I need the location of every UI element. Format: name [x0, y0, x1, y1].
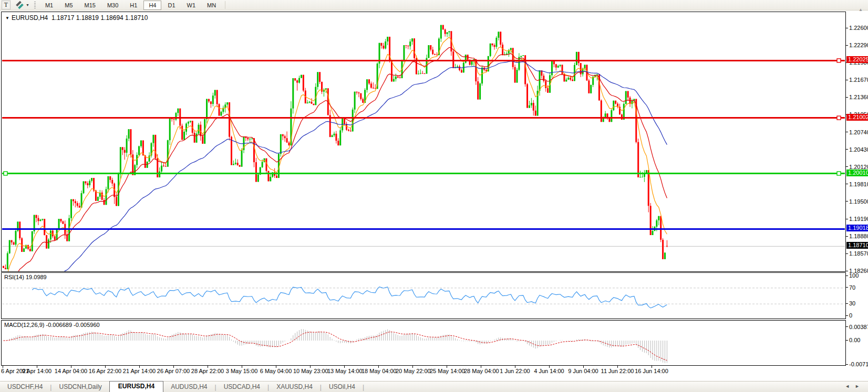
text-tool-button[interactable]: T	[2, 1, 11, 9]
timeframe-button-h1[interactable]: H1	[125, 1, 142, 10]
candle-body	[91, 178, 92, 181]
candle-body	[498, 31, 499, 38]
candle-body	[144, 155, 146, 168]
candle-body	[267, 171, 269, 182]
macd-canvas[interactable]	[2, 321, 845, 366]
line-handle[interactable]	[837, 116, 841, 120]
candle-body	[54, 236, 56, 240]
timeframe-button-w1[interactable]: W1	[182, 1, 201, 10]
price-axis-label: 1.21360	[849, 94, 868, 100]
candle-body	[120, 147, 121, 173]
candle-body	[611, 110, 612, 122]
price-axis-label: 1.22600	[849, 25, 868, 31]
time-axis-label: 21 Apr 14:00	[122, 368, 156, 374]
time-axis-label: 9 Jun 04:00	[566, 368, 600, 374]
candle-body	[442, 25, 444, 30]
timeframe-button-m1[interactable]: M1	[40, 1, 58, 10]
candle-body	[286, 138, 288, 142]
line-handle[interactable]	[837, 59, 841, 62]
candle-body	[627, 91, 629, 98]
time-axis-label: 20 May 22:00	[396, 368, 429, 374]
colors-tool-button[interactable]: ▼	[16, 1, 29, 9]
rsi-canvas[interactable]	[2, 273, 845, 319]
chevron-down-icon: ▼	[26, 3, 29, 7]
chart-menu-icon[interactable]: ▼	[5, 16, 9, 20]
candle-body	[39, 220, 41, 221]
candle-body	[418, 73, 419, 74]
macd-values: -0.006689 -0.005960	[46, 322, 99, 328]
candle-body	[578, 52, 580, 63]
candle-body	[407, 46, 409, 46]
macd-indicator-panel[interactable]: MACD(12,26,9) -0.006689 -0.005960	[1, 320, 846, 366]
candle-body	[475, 59, 477, 81]
rsi-axis-label: 70	[849, 284, 855, 291]
axis-tick-mark	[846, 326, 848, 327]
candle-body	[44, 219, 45, 235]
toolbar-grip[interactable]	[34, 2, 36, 9]
candle-body	[395, 77, 397, 79]
timeframe-button-h4[interactable]: H4	[143, 1, 161, 10]
price-axis-label: 1.19500	[849, 198, 868, 205]
tab-scroll-left-button[interactable]: ◄	[845, 384, 855, 389]
timeframe-button-d1[interactable]: D1	[162, 1, 180, 10]
chart-tab-eurusd-h4[interactable]: EURUSD,H4	[109, 381, 163, 392]
chart-tab-xauusd-h4[interactable]: XAUUSD,H4	[269, 382, 320, 392]
chart-tab-audusd-h4[interactable]: AUDUSD,H4	[163, 382, 214, 392]
candle-body	[492, 44, 493, 45]
candle-body	[625, 91, 627, 104]
rsi-indicator-panel[interactable]: RSI(14) 19.0989	[1, 272, 846, 319]
candle-body	[48, 240, 49, 249]
axis-tick-mark	[846, 28, 848, 28]
time-axis-label: 10 May 23:00	[293, 368, 327, 374]
line-handle[interactable]	[4, 172, 7, 175]
timeframe-button-mn[interactable]: MN	[202, 1, 221, 10]
candle-body	[465, 55, 467, 62]
timeframe-button-m15[interactable]: M15	[79, 1, 101, 10]
line-handle[interactable]	[837, 172, 841, 175]
candle-body	[514, 67, 516, 83]
main-chart-canvas[interactable]	[2, 13, 845, 271]
axis-tick-mark	[846, 276, 848, 276]
candle-body	[11, 240, 13, 242]
time-axis-label: 28 May 04:00	[464, 368, 498, 374]
candle-body	[303, 75, 304, 91]
mt4-window: T ▼ M1M5M15M30H1H4D1W1MN ▼EURUSD,H4 1.18…	[0, 0, 868, 392]
price-line-label: 1.21002	[846, 114, 868, 121]
macd-axis-label: 0.003873	[849, 324, 868, 330]
chart-tab-usdcad-h4[interactable]: USDCAD,H4	[216, 382, 267, 392]
candle-body	[85, 181, 86, 183]
candle-body	[545, 81, 546, 88]
candle-body	[309, 102, 311, 103]
main-chart-panel[interactable]: ▼EURUSD,H4 1.18717 1.18819 1.18694 1.187…	[1, 12, 846, 272]
candle-body	[294, 78, 296, 80]
tab-scroll-right-button[interactable]: ►	[855, 384, 865, 389]
candle-body	[7, 253, 8, 270]
time-axis-label: 25 May 14:00	[430, 368, 463, 374]
candle-body	[152, 135, 154, 143]
candle-body	[526, 84, 528, 108]
candle-body	[23, 249, 25, 252]
candle-body	[219, 104, 220, 115]
candle-body	[198, 125, 199, 134]
time-axis-label: 26 Apr 07:00	[157, 368, 190, 374]
rsi-axis-label: 100	[849, 272, 859, 279]
chart-tab-usdcnh-daily[interactable]: USDCNH,Daily	[51, 382, 109, 392]
axis-tick-mark	[846, 184, 848, 184]
chart-symbol-label: EURUSD,H4	[12, 14, 48, 22]
candle-body	[477, 81, 479, 100]
price-scale-marker-icon: ▲	[859, 7, 863, 12]
candle-body	[270, 177, 271, 182]
chart-tab-usdchf-h4[interactable]: USDCHF,H4	[0, 382, 50, 392]
chart-caption: ▼EURUSD,H4 1.18717 1.18819 1.18694 1.187…	[5, 14, 148, 22]
timeframe-button-m30[interactable]: M30	[102, 1, 123, 10]
candle-body	[393, 79, 395, 82]
candle-body	[637, 142, 639, 177]
candle-body	[87, 183, 88, 185]
candle-body	[202, 136, 203, 144]
candle-body	[479, 83, 481, 99]
candle-body	[301, 75, 302, 78]
chart-tab-usoil-h4[interactable]: USOil,H4	[322, 382, 363, 392]
timeframe-button-m5[interactable]: M5	[59, 1, 78, 10]
candle-body	[481, 68, 483, 83]
candle-body	[229, 102, 230, 137]
